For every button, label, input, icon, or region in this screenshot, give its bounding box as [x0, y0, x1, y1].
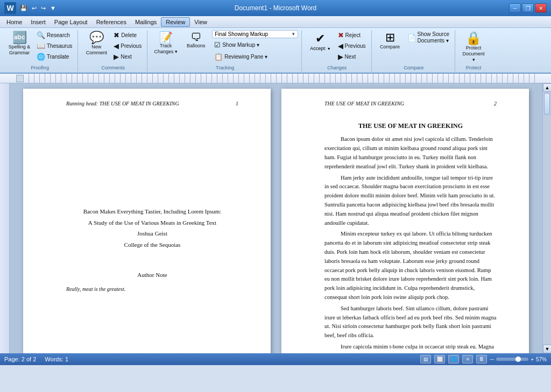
zoom-in-button[interactable]: +	[531, 357, 534, 362]
zoom-bar: ─ + 57%	[490, 357, 547, 362]
page2-para-2: Ham jerky aute incididunt andouille, ton…	[324, 174, 497, 228]
markup-dropdown[interactable]: Final Showing Markup ▼	[212, 30, 298, 38]
outline-view-button[interactable]: ≡	[462, 355, 473, 364]
show-source-button[interactable]: 📄Show SourceDocuments ▾	[405, 30, 451, 45]
compare-button[interactable]: ⊞ Compare	[376, 30, 404, 52]
page1-author: Joshua Geist	[66, 229, 238, 238]
spelling-icon: 🔤	[12, 32, 27, 44]
comments-col: ✖Delete ◀Previous ▶Next	[111, 30, 144, 62]
title-bar: W 💾 ↩ ↪ ▼ Document1 - Microsoft Word ─ ❐…	[0, 0, 551, 16]
left-ruler	[0, 83, 10, 353]
next-comment-button[interactable]: ▶Next	[111, 52, 144, 62]
research-label: Research	[47, 32, 70, 38]
reviewing-pane-button[interactable]: 📋Reviewing Pane ▾	[212, 52, 298, 62]
compare-content: ⊞ Compare 📄Show SourceDocuments ▾	[376, 30, 451, 64]
author-note-label: Author Note	[66, 270, 238, 280]
maximize-button[interactable]: ❐	[522, 3, 534, 13]
ribbon-group-protect: 🔒 ProtectDocument ▾ Protect	[456, 30, 491, 72]
prev-comment-icon: ◀	[114, 42, 119, 50]
zoom-slider[interactable]	[496, 358, 528, 361]
ribbon-groups: 🔤 Spelling &Grammar 🔍Research 📖Thesaurus…	[0, 29, 551, 73]
translate-button[interactable]: 🌐Translate	[34, 52, 74, 62]
page2-para-1: Bacon ipsum dolor sit amet nisi jowl cap…	[324, 135, 497, 171]
previous-comment-button[interactable]: ◀Previous	[111, 41, 144, 51]
scroll-track[interactable]	[543, 92, 551, 345]
page2-para-4: Sed hamburger laboris beef. Sint ullamco…	[324, 304, 497, 340]
previous-change-button[interactable]: ◀Previous	[336, 41, 368, 51]
redo-button[interactable]: ↪	[39, 4, 47, 13]
scroll-up-button[interactable]: ▲	[543, 83, 551, 92]
show-markup-button[interactable]: ☑Show Markup ▾	[212, 40, 298, 50]
changes-group-label: Changes	[306, 65, 368, 72]
page1-header: Running head: THE USE OF MEAT IN GREEKIN…	[66, 99, 238, 108]
full-screen-view-button[interactable]: ⬜	[434, 355, 445, 364]
page2-heading: THE USE OF MEAT IN GREEKING	[324, 121, 497, 131]
research-icon: 🔍	[37, 31, 45, 39]
reviewing-pane-label: Reviewing Pane ▾	[224, 54, 267, 60]
title-bar-left: W 💾 ↩ ↪ ▼	[4, 2, 58, 14]
page-2: THE USE OF MEAT IN GREEKING 2 THE USE OF…	[281, 89, 529, 353]
next-change-label: Next	[345, 54, 356, 60]
print-layout-view-button[interactable]: ▤	[420, 355, 431, 364]
menu-home[interactable]: Home	[2, 18, 26, 26]
ribbon-group-comments: 💬 NewComment ✖Delete ◀Previous ▶Next Com…	[79, 30, 147, 72]
page2-para-3: Minim excepteur turkey ex qui labore. Ut…	[324, 230, 497, 302]
thesaurus-button[interactable]: 📖Thesaurus	[34, 41, 74, 51]
delete-button[interactable]: ✖Delete	[111, 30, 144, 40]
protect-content: 🔒 ProtectDocument ▾	[460, 30, 488, 64]
accept-button[interactable]: ✔ Accept ▼	[306, 30, 334, 53]
web-layout-view-button[interactable]: 🌐	[448, 355, 459, 364]
menu-bar: Home Insert Page Layout References Maili…	[0, 16, 551, 28]
balloons-button[interactable]: 🗨 Balloons	[182, 30, 210, 51]
accept-icon: ✔	[315, 32, 325, 46]
spelling-grammar-button[interactable]: 🔤 Spelling &Grammar	[5, 30, 33, 58]
track-changes-icon: 📝	[159, 32, 173, 42]
protect-document-button[interactable]: 🔒 ProtectDocument ▾	[460, 30, 488, 64]
scroll-down-button[interactable]: ▼	[543, 345, 551, 353]
reject-button[interactable]: ✖Reject	[336, 30, 368, 40]
tracking-content: 📝 TrackChanges ▾ 🗨 Balloons Final Showin…	[152, 30, 298, 64]
menu-insert[interactable]: Insert	[26, 18, 50, 26]
footnote-text: Really, meat is the greatest.	[66, 285, 238, 293]
menu-mailings[interactable]: Mailings	[131, 18, 161, 26]
page1-author-note: Author Note	[66, 270, 238, 280]
new-comment-button[interactable]: 💬 NewComment	[82, 30, 110, 58]
changes-col: ✖Reject ◀Previous ▶Next	[336, 30, 368, 62]
new-comment-icon: 💬	[89, 32, 104, 44]
menu-view[interactable]: View	[190, 18, 211, 26]
research-button[interactable]: 🔍Research	[34, 30, 74, 40]
track-changes-button[interactable]: 📝 TrackChanges ▾	[152, 30, 180, 56]
zoom-level[interactable]: 57%	[536, 357, 547, 362]
close-button[interactable]: ✕	[535, 3, 547, 13]
comments-content: 💬 NewComment ✖Delete ◀Previous ▶Next	[82, 30, 144, 64]
accept-dropdown-arrow[interactable]: ▼	[326, 47, 331, 51]
scroll-thumb[interactable]	[544, 93, 550, 115]
document-area[interactable]: Running head: THE USE OF MEAT IN GREEKIN…	[10, 83, 542, 353]
page2-header-right: 2	[494, 99, 497, 108]
save-button[interactable]: 💾	[18, 4, 29, 13]
window-title: Document1 - Microsoft Word	[235, 4, 317, 12]
delete-label: Delete	[121, 32, 137, 38]
page1-header-right: 1	[236, 99, 238, 108]
menu-review[interactable]: Review	[161, 17, 190, 27]
ribbon-group-compare: ⊞ Compare 📄Show SourceDocuments ▾ Compar…	[373, 30, 455, 72]
tracking-group-label: Tracking	[152, 65, 298, 72]
draft-view-button[interactable]: ≣	[476, 355, 487, 364]
undo-button[interactable]: ↩	[30, 4, 38, 13]
zoom-out-button[interactable]: ─	[490, 357, 494, 362]
ribbon-group-proofing: 🔤 Spelling &Grammar 🔍Research 📖Thesaurus…	[2, 30, 78, 72]
show-markup-icon: ☑	[214, 41, 221, 49]
minimize-button[interactable]: ─	[509, 3, 521, 13]
ruler-corner[interactable]	[16, 75, 24, 82]
next-change-button[interactable]: ▶Next	[336, 52, 368, 62]
right-scrollbar: ▲ ▼	[542, 83, 551, 353]
ribbon: 🔤 Spelling &Grammar 🔍Research 📖Thesaurus…	[0, 28, 551, 74]
page1-header-left: Running head: THE USE OF MEAT IN GREEKIN…	[66, 99, 179, 108]
menu-references[interactable]: References	[92, 18, 131, 26]
translate-label: Translate	[47, 54, 69, 60]
customize-qat-button[interactable]: ▼	[48, 4, 58, 12]
word-count: Words: 1	[45, 356, 68, 362]
changes-content: ✔ Accept ▼ ✖Reject ◀Previous ▶Next	[306, 30, 368, 64]
menu-page-layout[interactable]: Page Layout	[50, 18, 92, 26]
main-area: Running head: THE USE OF MEAT IN GREEKIN…	[0, 83, 551, 353]
